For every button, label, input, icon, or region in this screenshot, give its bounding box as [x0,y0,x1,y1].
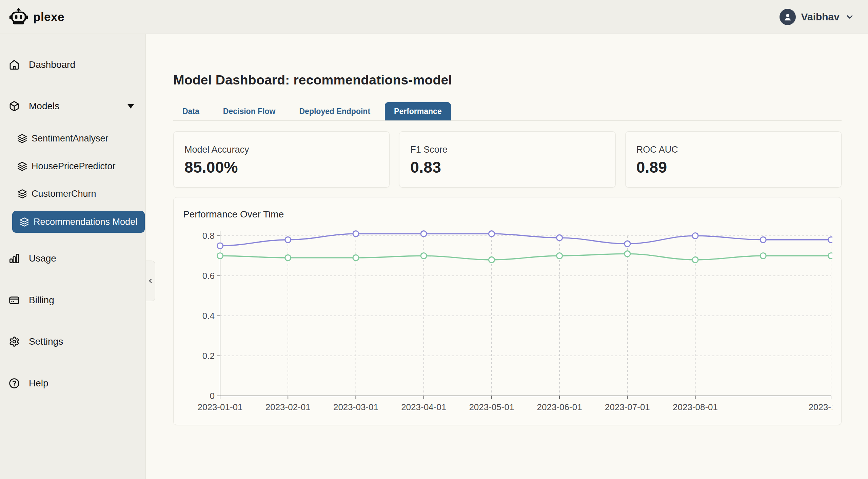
sidebar-item-billing[interactable]: Billing [0,290,145,311]
user-avatar [780,9,796,25]
sidebar-model-label: Recommendations Model [34,217,137,227]
sidebar: Dashboard Models SentimentAnalyser House… [0,34,146,479]
sidebar-item-label: Settings [29,336,63,347]
sidebar-item-dashboard[interactable]: Dashboard [0,54,145,75]
sidebar-item-label: Usage [29,253,56,264]
svg-text:0.6: 0.6 [202,271,215,281]
sidebar-model-label: HousePricePredictor [32,161,116,172]
metric-cards: Model Accuracy 85.00% F1 Score 0.83 ROC … [173,131,842,188]
page-title: Model Dashboard: recommendations-model [173,73,842,88]
person-icon [783,12,793,22]
cube-icon [8,100,20,112]
bar-chart-icon [8,253,20,264]
layers-icon [17,133,27,143]
sidebar-model-sentimentanalyser[interactable]: SentimentAnalyser [0,129,145,148]
svg-text:0: 0 [210,391,215,401]
svg-text:0.8: 0.8 [202,231,215,241]
svg-text:2023-06-01: 2023-06-01 [537,402,582,412]
metric-card-model-accuracy: Model Accuracy 85.00% [173,131,390,188]
credit-card-icon [8,294,20,306]
models-expand-caret-icon[interactable] [127,104,134,109]
metric-card-f1-score: F1 Score 0.83 [399,131,615,188]
user-menu[interactable]: Vaibhav [780,9,854,25]
sidebar-item-label: Models [29,101,59,112]
performance-chart-card: Performance Over Time 00.20.40.60.82023-… [173,197,842,425]
tab-bar: Data Decision Flow Deployed Endpoint Per… [173,102,842,121]
metric-value: 85.00% [184,158,378,176]
svg-text:0.4: 0.4 [202,311,215,321]
main-content: Model Dashboard: recommendations-model D… [146,34,868,479]
user-name: Vaibhav [801,11,840,23]
performance-over-time-line-chart[interactable]: 00.20.40.60.82023-01-012023-02-012023-03… [183,228,832,418]
tab-deployed-endpoint[interactable]: Deployed Endpoint [290,102,380,120]
svg-text:2023-03-01: 2023-03-01 [333,402,378,412]
sidebar-model-label: CustomerChurn [32,189,96,199]
sidebar-item-label: Billing [29,295,54,306]
metric-value: 0.83 [410,158,604,176]
sidebar-item-usage[interactable]: Usage [0,248,145,269]
layers-icon [17,161,27,171]
layers-icon [17,189,27,199]
metric-card-roc-auc: ROC AUC 0.89 [625,131,842,188]
metric-value: 0.89 [636,158,830,176]
tab-performance[interactable]: Performance [385,102,451,120]
sidebar-item-help[interactable]: Help [0,373,145,394]
sidebar-model-label: SentimentAnalyser [32,133,108,144]
metric-label: ROC AUC [636,145,830,155]
sidebar-item-settings[interactable]: Settings [0,331,145,352]
layers-icon [19,217,29,227]
sidebar-item-models[interactable]: Models [0,96,145,117]
svg-text:2023-07-01: 2023-07-01 [605,402,650,412]
svg-text:2023-02-01: 2023-02-01 [265,402,311,412]
gear-icon [8,336,20,347]
sidebar-item-label: Dashboard [29,59,75,70]
chart-title: Performance Over Time [183,209,832,220]
svg-text:2023-01-01: 2023-01-01 [198,402,243,412]
brand-name: plexe [33,10,64,24]
topbar: plexe Vaibhav [0,0,868,34]
metric-label: F1 Score [410,145,604,155]
brand-logo[interactable]: plexe [9,7,64,27]
svg-text:2023-10-01: 2023-10-01 [809,402,833,412]
sidebar-model-customerchurn[interactable]: CustomerChurn [0,184,145,203]
tab-data[interactable]: Data [173,102,209,120]
help-circle-icon [8,378,20,389]
home-icon [8,59,20,71]
svg-text:0.2: 0.2 [202,351,215,361]
sidebar-collapse-button[interactable] [146,261,155,301]
sidebar-item-label: Help [29,378,48,389]
metric-label: Model Accuracy [184,145,378,155]
robot-logo-icon [9,7,28,27]
tab-decision-flow[interactable]: Decision Flow [214,102,285,120]
chevron-left-icon [147,277,154,284]
svg-text:2023-04-01: 2023-04-01 [401,402,446,412]
svg-text:2023-08-01: 2023-08-01 [673,402,718,412]
svg-text:2023-05-01: 2023-05-01 [469,402,514,412]
sidebar-model-housepricepredictor[interactable]: HousePricePredictor [0,157,145,176]
sidebar-model-recommendations-model[interactable]: Recommendations Model [12,211,145,233]
chevron-down-icon [845,12,854,22]
